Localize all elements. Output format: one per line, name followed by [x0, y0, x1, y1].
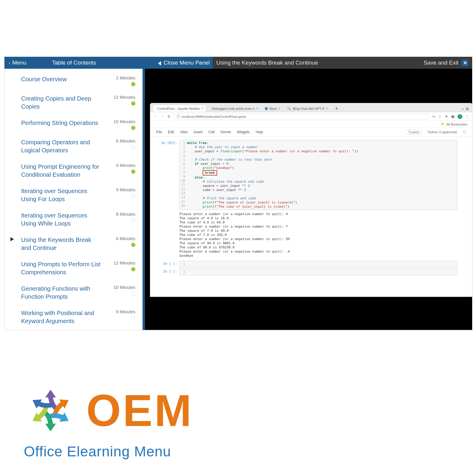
- site-info-icon: ⓘ: [177, 114, 180, 119]
- all-bookmarks-label[interactable]: All Bookmarks: [447, 123, 467, 126]
- logo-subtitle: Office Elearning Menu: [24, 443, 193, 460]
- browser-toolbar-icons: ↪ ☆ ✦ ▣ ⋮: [432, 114, 469, 119]
- oem-logo: OEM Office Elearning Menu: [21, 381, 193, 460]
- jupyter-menu-item[interactable]: Help: [256, 130, 263, 134]
- top-bar: ‹ Menu Table of Contents ◀ Close Menu Pa…: [4, 57, 472, 69]
- profile-avatar[interactable]: [458, 114, 462, 119]
- toc-item-title: Performing String Operations: [21, 119, 98, 127]
- back-button[interactable]: ←: [153, 115, 157, 119]
- toc-item-duration: 9 Minutes: [116, 309, 135, 314]
- toc-item[interactable]: Course Overview2 Minutes: [4, 71, 143, 90]
- code-cell-empty[interactable]: In [ ]:1: [159, 261, 457, 267]
- kernel-name[interactable]: Python 3 (ipykernel): [428, 130, 457, 134]
- toc-list: Course Overview2 MinutesCreating Copies …: [4, 69, 143, 330]
- toc-item-meta: 8 Minutes: [116, 212, 135, 223]
- toc-item-title: Iterating over Sequences Using For Loops: [21, 187, 101, 203]
- toc-item-duration: 10 Minutes: [114, 285, 135, 290]
- tab-close-icon[interactable]: ×: [256, 107, 259, 111]
- video-content-area: ControlFlow - Jupyter Notebo×Debugged co…: [145, 69, 472, 330]
- share-icon[interactable]: ↪: [432, 114, 435, 119]
- kernel-status-icon: [463, 130, 466, 134]
- toc-item[interactable]: Working with Positional and Keyword Argu…: [4, 305, 143, 329]
- tab-label: ControlFlow - Jupyter Notebo: [157, 107, 200, 110]
- toc-item-meta: 6 Minutes: [116, 138, 135, 149]
- extensions-icon[interactable]: ✦: [445, 114, 448, 119]
- tab-close-icon[interactable]: ×: [278, 107, 280, 111]
- browser-tab[interactable]: Bard×: [262, 105, 283, 112]
- toc-item[interactable]: Creating Copies and Deep Copies12 Minute…: [4, 90, 143, 115]
- toc-item-title: Creating Copies and Deep Copies: [21, 95, 101, 111]
- cell-output: Please enter a number (or a negative num…: [179, 211, 457, 261]
- save-and-exit-button[interactable]: Save and Exit ✕: [424, 59, 469, 66]
- code-cell-empty[interactable]: In [ ]:1: [159, 269, 457, 275]
- bookmarks-bar: 📁 All Bookmarks: [150, 121, 472, 128]
- toc-item-duration: 6 Minutes: [116, 236, 135, 241]
- jupyter-menu-item[interactable]: View: [180, 130, 188, 134]
- toc-item[interactable]: Testing Features of First Class Function…: [4, 329, 143, 330]
- code-content[interactable]: [187, 270, 457, 274]
- status-pending-icon: [131, 145, 135, 149]
- tab-label: Bing Chat with GPT-4: [293, 107, 324, 110]
- line-gutter: 1 2 3 4 5 6 7 8 9 10 11 12 13 14 15 16: [180, 141, 187, 209]
- toc-item[interactable]: Using the Keywords Break and Continue6 M…: [4, 232, 143, 256]
- toc-item-title: Using the Keywords Break and Continue: [21, 236, 101, 252]
- toc-item[interactable]: Comparing Operators and Logical Operator…: [4, 134, 143, 159]
- browser-tab[interactable]: ControlFlow - Jupyter Notebo×: [153, 105, 206, 112]
- toc-item-duration: 9 Minutes: [116, 187, 135, 192]
- status-pending-icon: [131, 194, 135, 198]
- toc-item[interactable]: Generating Functions with Function Promp…: [4, 281, 143, 305]
- status-pending-icon: [131, 218, 135, 223]
- tab-close-icon[interactable]: ×: [201, 107, 203, 111]
- new-tab-button[interactable]: +: [332, 106, 341, 112]
- browser-tab[interactable]: 🔍Bing Chat with GPT-4×: [284, 105, 331, 112]
- apps-icon[interactable]: ▣: [451, 114, 455, 119]
- toc-item-title: Generating Functions with Function Promp…: [21, 285, 101, 301]
- browser-tab-strip: ControlFlow - Jupyter Notebo×Debugged co…: [150, 103, 472, 112]
- jupyter-menu-item[interactable]: Insert: [194, 130, 203, 134]
- reload-button[interactable]: ↻: [167, 115, 170, 119]
- status-done-icon: [131, 170, 135, 174]
- status-done-icon: [131, 101, 135, 106]
- toc-item-meta: 10 Minutes: [114, 119, 135, 130]
- code-cell[interactable]: In [67]: 1 2 3 4 5 6 7 8 9 10 11 12 13 1…: [159, 140, 457, 210]
- toc-item[interactable]: Using Prompt Engineering for Conditional…: [4, 159, 143, 183]
- cell-prompt: In [67]:: [159, 140, 179, 210]
- toc-item[interactable]: Iterating over Sequences Using For Loops…: [4, 183, 143, 207]
- jupyter-menu-item[interactable]: Edit: [168, 130, 174, 134]
- search-icon: 🔍: [287, 107, 291, 110]
- address-bar[interactable]: ⓘ localhost:8888/notebooks/ControlFlow.i…: [173, 114, 429, 120]
- jupyter-menu-item[interactable]: Kernel: [221, 130, 231, 134]
- toc-item-meta: 12 Minutes: [114, 260, 135, 271]
- menu-button[interactable]: ‹ Menu: [4, 60, 31, 66]
- bookmarks-icon: 📁: [441, 122, 445, 126]
- line-gutter: 1: [180, 270, 187, 274]
- notebook-area: In [67]: 1 2 3 4 5 6 7 8 9 10 11 12 13 1…: [150, 137, 472, 297]
- window-controls[interactable]: − ✕: [458, 106, 472, 112]
- menu-kebab-icon[interactable]: ⋮: [465, 114, 469, 119]
- code-content[interactable]: while True: # Ask the user to input a nu…: [187, 141, 457, 209]
- forward-button[interactable]: →: [160, 115, 165, 119]
- tab-close-icon[interactable]: ×: [326, 107, 328, 111]
- close-menu-panel-button[interactable]: ◀ Close Menu Panel: [147, 57, 213, 69]
- status-done-icon: [131, 243, 135, 247]
- toc-item[interactable]: Using Prompts to Perform List Comprehens…: [4, 256, 143, 281]
- jupyter-menu-item[interactable]: File: [156, 130, 162, 134]
- toc-item[interactable]: Performing String Operations10 Minutes: [4, 115, 143, 134]
- status-done-icon: [131, 267, 135, 271]
- trusted-indicator[interactable]: Trusted: [405, 130, 422, 134]
- code-input-box[interactable]: 1 2 3 4 5 6 7 8 9 10 11 12 13 14 15 16 w…: [179, 140, 457, 210]
- toc-item-title: Iterating over Sequences Using While Loo…: [21, 212, 101, 228]
- toc-item-meta: 6 Minutes: [116, 236, 135, 247]
- toc-item-title: Comparing Operators and Logical Operator…: [21, 138, 101, 154]
- toc-item-duration: 8 Minutes: [116, 212, 135, 217]
- app-body: Course Overview2 MinutesCreating Copies …: [4, 69, 472, 330]
- jupyter-menu-item[interactable]: Widgets: [237, 130, 250, 134]
- star-icon[interactable]: ☆: [438, 114, 442, 119]
- jupyter-menu-item[interactable]: Cell: [209, 130, 215, 134]
- browser-window: ControlFlow - Jupyter Notebo×Debugged co…: [150, 103, 472, 297]
- browser-tab[interactable]: Debugged code prints even n×: [207, 105, 261, 112]
- code-input-box[interactable]: 1: [179, 269, 457, 275]
- code-input-box[interactable]: 1: [179, 261, 457, 267]
- toc-item[interactable]: Iterating over Sequences Using While Loo…: [4, 207, 143, 232]
- code-content[interactable]: [187, 262, 457, 267]
